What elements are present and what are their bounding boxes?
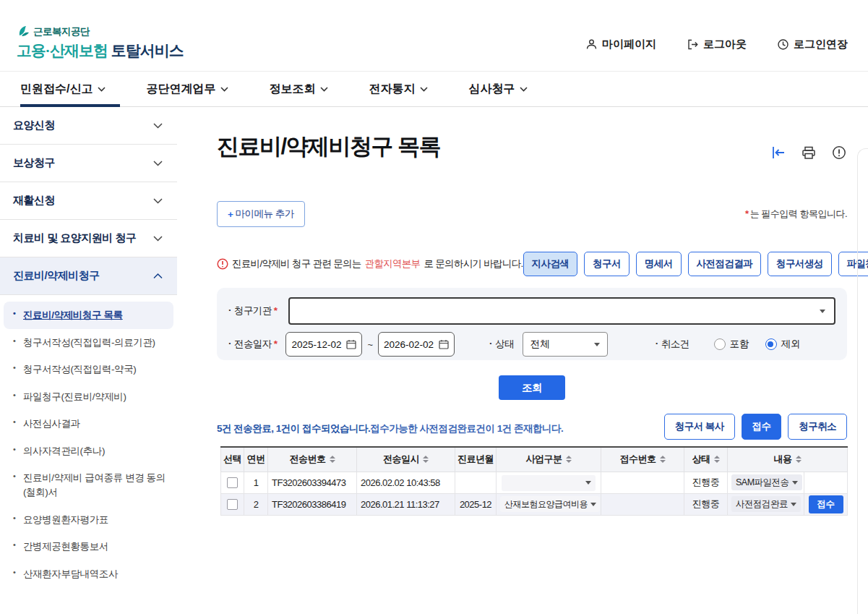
table-header-row: 선택 연번 전송번호 전송일시 진료년월 사업구분 접수번호 — [221, 447, 848, 472]
date-from-input[interactable]: 2025-12-02 — [285, 332, 362, 357]
nav-item-info-search[interactable]: 정보조회 — [269, 82, 328, 97]
info-icon[interactable] — [831, 145, 847, 161]
row-checkbox[interactable] — [227, 477, 238, 488]
row-receipt-button[interactable]: 접수 — [809, 495, 843, 513]
logo-service-teal: 고용·산재보험 — [17, 42, 108, 59]
sidebar-item-hospital-patient-eval[interactable]: 요양병원환자평가표 — [4, 506, 173, 534]
cell-send-no: TF3202603386419 — [268, 493, 357, 515]
sidebar-item-benefit-type-change[interactable]: 진료비/약제비 급여종류 변경 동의(철회)서 — [4, 464, 173, 506]
business-type-value: 산재보험요양급여비용 — [504, 498, 588, 511]
org-label: 청구기관 * — [228, 304, 278, 317]
section-label: 요양신청 — [13, 119, 55, 132]
sidebar-item-doctor-qualification[interactable]: 의사자격관리(추나) — [4, 438, 173, 465]
add-mymenu-button[interactable]: + 마이메뉴 추가 — [217, 201, 305, 227]
section-label: 치료비 및 요양지원비 청구 — [13, 231, 137, 245]
notice-highlight[interactable]: 관할지역본부 — [365, 257, 421, 270]
sidebar-item-nursing-report[interactable]: 간병제공현황통보서 — [4, 533, 173, 560]
login-extend-link[interactable]: 로그인연장 — [777, 38, 848, 51]
sidebar-item-claim-write-pharmacy[interactable]: 청구서작성(직접입력-약국) — [4, 356, 173, 383]
sort-icon[interactable] — [423, 456, 429, 463]
sort-icon[interactable] — [660, 456, 666, 463]
mypage-link[interactable]: 마이페이지 — [585, 38, 656, 51]
sidebar-section-compensation[interactable]: 보상청구 — [0, 145, 177, 182]
nav-item-e-notice[interactable]: 전자통지 — [369, 82, 428, 97]
collapse-left-icon[interactable] — [770, 145, 786, 161]
logout-link[interactable]: 로그아웃 — [687, 38, 747, 51]
sort-icon[interactable] — [330, 456, 335, 463]
nav-item-review-claim[interactable]: 심사청구 — [468, 82, 528, 97]
printer-icon[interactable] — [801, 145, 817, 161]
date-to-input[interactable]: 2026-02-02 — [378, 332, 455, 357]
user-icon — [585, 38, 598, 51]
login-extend-label: 로그인연장 — [794, 38, 848, 51]
sort-icon[interactable] — [796, 456, 802, 463]
chevron-down-icon — [791, 503, 796, 506]
sidebar-section-rehab[interactable]: 재활신청 — [0, 182, 177, 220]
sidebar-item-claim-list[interactable]: 진료비/약제비청구 목록 — [4, 302, 173, 329]
mypage-label: 마이페이지 — [602, 38, 656, 51]
sort-icon[interactable] — [566, 456, 572, 463]
send-date-label-text: 전송일자 — [234, 338, 272, 349]
cell-send-datetime: 2026.02.02 10:43:58 — [357, 472, 455, 493]
statement-button[interactable]: 명세서 — [636, 252, 682, 276]
section-label: 재활신청 — [13, 194, 55, 208]
business-type-select[interactable]: 산재보험요양급여비용 — [500, 496, 600, 512]
required-asterisk: * — [274, 338, 278, 349]
result-row: 5건 전송완료, 1건이 접수되었습니다.접수가능한 사전점검완료건이 1건 존… — [217, 414, 847, 440]
claim-generate-button[interactable]: 청구서생성 — [768, 252, 832, 276]
table-row: 1 TF3202603394473 2026.02.02 10:43:58 진행… — [221, 472, 848, 493]
utility-links: 마이페이지 로그아웃 로그인연장 — [585, 38, 848, 51]
sidebar-section-treatment-cost[interactable]: 치료비 및 요양지원비 청구 — [0, 220, 177, 257]
search-button[interactable]: 조회 — [499, 375, 565, 400]
cell-business-type — [497, 472, 601, 493]
cancel-radio-group: 포함 제외 — [714, 338, 801, 351]
required-asterisk: * — [745, 208, 749, 219]
business-type-select[interactable] — [502, 475, 596, 491]
section-label: 진료비/약제비청구 — [13, 269, 100, 283]
nav-item-agency-work[interactable]: 공단연계업무 — [146, 82, 228, 97]
status-select[interactable]: 전체 — [523, 332, 608, 357]
col-label: 전송번호 — [290, 453, 326, 466]
cell-receipt-no — [601, 472, 684, 493]
notice-pre: 진료비/약제비 청구 관련 문의는 — [232, 257, 361, 270]
copy-claim-button[interactable]: 청구서 복사 — [664, 414, 735, 440]
section-label: 보상청구 — [13, 156, 55, 170]
service-logo[interactable]: 근로복지공단 고용·산재보험 토탈서비스 — [17, 25, 184, 61]
chevron-down-icon — [98, 87, 106, 92]
send-date-label: 전송일자 * — [228, 338, 278, 351]
sidebar-item-claim-write-medical[interactable]: 청구서작성(직접입력-의료기관) — [4, 329, 173, 357]
pre-check-result-button[interactable]: 사전점검결과 — [688, 252, 761, 276]
sort-icon[interactable] — [714, 456, 720, 463]
radio-circle-checked — [765, 338, 777, 350]
search-form: 청구기관 * 전송일자 * 2025-12-02 ~ — [217, 288, 847, 360]
radio-include-label: 포함 — [730, 338, 749, 351]
sidebar-section-care-apply[interactable]: 요양신청 — [0, 107, 177, 145]
chevron-down-icon — [220, 87, 228, 92]
sidebar-item-patient-burden-survey[interactable]: 산재환자부담내역조사 — [4, 560, 173, 588]
radio-exclude[interactable]: 제외 — [765, 338, 801, 351]
nav-label: 전자통지 — [369, 82, 415, 97]
chevron-down-icon — [153, 161, 163, 166]
row-checkbox[interactable] — [227, 499, 238, 510]
sidebar-section-medical-claim[interactable]: 진료비/약제비청구 — [0, 257, 177, 295]
add-mymenu-label: 마이메뉴 추가 — [235, 208, 293, 221]
nav-item-civil-report[interactable]: 민원접수/신고 — [20, 82, 106, 97]
radio-include[interactable]: 포함 — [714, 338, 749, 351]
cancel-claim-button[interactable]: 청구취소 — [788, 414, 847, 440]
sidebar-item-pre-review-result[interactable]: 사전심사결과 — [4, 410, 173, 438]
col-status: 상태 — [684, 447, 728, 472]
notice-post: 로 문의하시기 바랍니다. — [424, 257, 523, 270]
claim-form-button[interactable]: 청구서 — [584, 252, 629, 276]
content-select[interactable]: SAM파일전송 — [731, 474, 802, 490]
nav-label: 정보조회 — [269, 82, 315, 97]
receipt-button[interactable]: 접수 — [742, 414, 782, 440]
radio-circle-unchecked — [714, 338, 726, 350]
content-select[interactable]: 사전점검완료 — [731, 496, 801, 512]
claim-org-select[interactable] — [288, 297, 835, 325]
branch-search-button[interactable]: 지사검색 — [523, 252, 578, 276]
notice-row: 진료비/약제비 청구 관련 문의는 관할지역본부로 문의하시기 바랍니다. 지사… — [217, 252, 847, 276]
sidebar-item-file-claim[interactable]: 파일청구(진료비/약제비) — [4, 383, 173, 411]
summary-available: 접수가능한 사전점검완료건이 1건 존재합니다. — [370, 423, 563, 434]
alert-icon — [217, 258, 228, 270]
collapsed-side-panel-edge[interactable] — [857, 148, 868, 614]
